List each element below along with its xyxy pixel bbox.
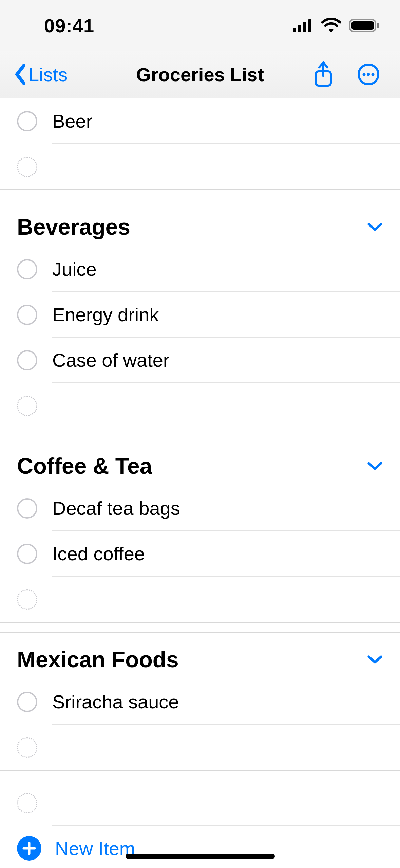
section-header[interactable]: Beverages [0,200,400,247]
chevron-down-icon[interactable] [367,654,383,665]
new-reminder-placeholder[interactable] [0,780,400,826]
reminder-row[interactable]: Sriracha sauce [0,679,400,725]
section-title: Beverages [17,214,130,240]
chevron-down-icon[interactable] [367,221,383,232]
svg-rect-3 [308,19,311,32]
checkbox-circle-icon[interactable] [17,544,37,564]
back-label: Lists [28,64,68,86]
reminder-label: Beer [52,98,400,144]
battery-icon [349,18,380,33]
reminder-row[interactable]: Iced coffee [0,531,400,577]
dotted-circle-icon [17,737,37,758]
nav-bar: Lists Groceries List [0,51,400,98]
checkbox-circle-icon[interactable] [17,111,37,131]
svg-point-11 [367,73,370,76]
reminder-label: Juice [52,247,400,292]
svg-point-10 [363,73,366,76]
new-item-label: New Item [55,837,135,860]
dotted-circle-icon [17,793,37,813]
reminder-row[interactable]: Energy drink [0,292,400,338]
new-reminder-placeholder[interactable] [0,383,400,429]
section-header[interactable]: Mexican Foods [0,633,400,679]
reminder-label: Energy drink [52,292,400,338]
dotted-circle-icon [17,157,37,177]
dotted-circle-icon [17,589,37,610]
checkbox-circle-icon[interactable] [17,259,37,279]
reminder-label: Iced coffee [52,531,400,577]
wifi-icon [321,18,341,33]
reminder-label: Sriracha sauce [52,679,400,725]
plus-circle-icon [17,836,41,861]
svg-rect-1 [298,25,301,32]
home-indicator[interactable] [126,854,275,859]
share-icon [313,61,334,88]
checkbox-circle-icon[interactable] [17,350,37,370]
reminder-row[interactable]: Beer [0,98,400,144]
reminder-row[interactable]: Decaf tea bags [0,486,400,531]
checkbox-circle-icon[interactable] [17,305,37,325]
svg-rect-0 [293,28,296,32]
back-button[interactable]: Lists [14,64,68,86]
reminder-row[interactable]: Juice [0,247,400,292]
share-button[interactable] [313,61,334,88]
svg-rect-6 [377,23,379,28]
section-title: Coffee & Tea [17,453,152,479]
reminder-label: Decaf tea bags [52,486,400,531]
reminder-row[interactable]: Case of water [0,338,400,383]
list-section: Beverages Juice Energy drink Case of wat… [0,200,400,429]
list-section: Mexican Foods Sriracha sauce [0,632,400,771]
chevron-left-icon [14,64,27,85]
new-reminder-placeholder[interactable] [0,577,400,622]
cellular-icon [293,19,313,32]
new-reminder-placeholder[interactable] [0,144,400,189]
svg-point-12 [372,73,375,76]
ellipsis-circle-icon [357,63,380,86]
more-button[interactable] [357,63,380,86]
reminder-label: Case of water [52,338,400,383]
dotted-circle-icon [17,396,37,416]
list-section: Coffee & Tea Decaf tea bags Iced coffee [0,439,400,623]
section-title: Mexican Foods [17,647,179,672]
status-time: 09:41 [44,15,94,37]
new-item-button[interactable]: New Item [0,826,400,868]
status-bar: 09:41 [0,0,400,51]
chevron-down-icon[interactable] [367,460,383,471]
checkbox-circle-icon[interactable] [17,692,37,712]
list-section: Beer [0,98,400,190]
list-content: Beer Beverages Juice Energy drink [0,98,400,868]
svg-rect-5 [351,21,374,30]
status-icons [293,18,380,33]
section-header[interactable]: Coffee & Tea [0,439,400,486]
new-reminder-placeholder[interactable] [0,725,400,770]
checkbox-circle-icon[interactable] [17,498,37,519]
svg-rect-2 [303,22,306,32]
